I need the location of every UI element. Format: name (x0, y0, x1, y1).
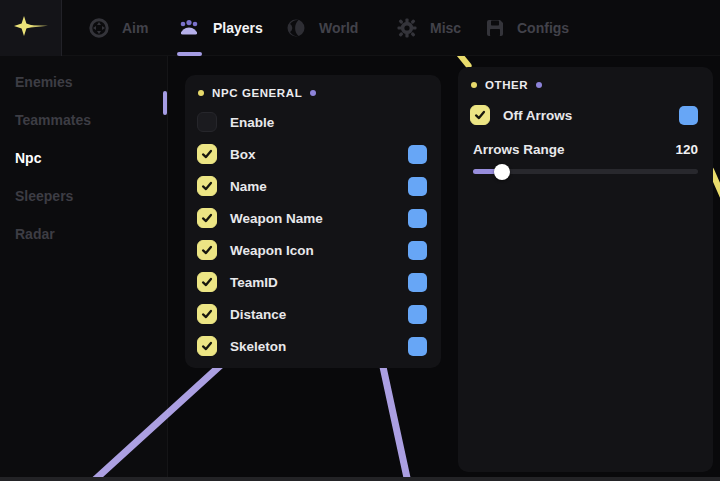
row-off-arrows: Off Arrows (458, 99, 713, 131)
sidebar-item-label: Enemies (15, 74, 73, 90)
other-title: OTHER (485, 79, 528, 91)
sidebar: Enemies Teammates Npc Sleepers Radar (0, 56, 167, 481)
off-arrows-checkbox[interactable] (470, 105, 490, 125)
row-label: TeamID (230, 275, 278, 290)
row-name: Name (185, 170, 441, 202)
teamid-checkbox[interactable] (197, 272, 217, 292)
skeleton-checkbox[interactable] (197, 336, 217, 356)
globe-icon (285, 17, 307, 39)
weapon-icon-checkbox[interactable] (197, 240, 217, 260)
distance-color-swatch[interactable] (408, 305, 427, 324)
arrows-range-label: Arrows Range (473, 142, 565, 157)
sidebar-item-label: Npc (15, 150, 41, 166)
tab-aim[interactable]: Aim (88, 0, 148, 56)
npc-general-panel: NPC GENERAL Enable Box Na (185, 75, 441, 368)
header-dot-purple-icon (310, 90, 316, 96)
skeleton-color-swatch[interactable] (408, 337, 427, 356)
sidebar-item-label: Sleepers (15, 188, 73, 204)
tab-players-label: Players (213, 20, 263, 36)
weapon-name-color-swatch[interactable] (408, 209, 427, 228)
other-header: OTHER (458, 76, 713, 94)
slider-thumb[interactable] (494, 164, 510, 180)
weapon-icon-color-swatch[interactable] (408, 241, 427, 260)
gear-icon (396, 17, 418, 39)
tab-misc[interactable]: Misc (396, 0, 461, 56)
row-label: Off Arrows (503, 108, 572, 123)
cheat-menu-window: Aim Players World (0, 0, 720, 481)
header-dot-yellow-icon (198, 90, 204, 96)
header-dot-purple-icon (536, 82, 542, 88)
off-arrows-color-swatch[interactable] (679, 106, 698, 125)
weapon-name-checkbox[interactable] (197, 208, 217, 228)
box-color-swatch[interactable] (408, 145, 427, 164)
tab-world[interactable]: World (285, 0, 358, 56)
row-label: Enable (230, 115, 274, 130)
row-teamid: TeamID (185, 266, 441, 298)
tab-configs-label: Configs (517, 20, 569, 36)
name-color-swatch[interactable] (408, 177, 427, 196)
bottom-strip (0, 477, 720, 481)
row-weapon-name: Weapon Name (185, 202, 441, 234)
crosshair-icon (88, 17, 110, 39)
enable-checkbox[interactable] (197, 112, 217, 132)
sidebar-item-label: Radar (15, 226, 55, 242)
sparkle-logo-icon (12, 14, 50, 42)
tab-world-label: World (319, 20, 358, 36)
npc-general-header: NPC GENERAL (185, 84, 441, 102)
sidebar-item-radar[interactable]: Radar (0, 215, 167, 253)
row-label: Weapon Icon (230, 243, 314, 258)
row-label: Skeleton (230, 339, 286, 354)
game-beam-purple-right (377, 355, 412, 481)
floppy-disk-icon (485, 18, 505, 38)
tab-configs[interactable]: Configs (485, 0, 569, 56)
sidebar-item-enemies[interactable]: Enemies (0, 63, 167, 101)
teamid-color-swatch[interactable] (408, 273, 427, 292)
logo-cell (0, 0, 62, 56)
arrows-range-head: Arrows Range 120 (473, 139, 698, 159)
sidebar-divider (167, 56, 168, 481)
row-distance: Distance (185, 298, 441, 330)
arrows-range-group: Arrows Range 120 (458, 139, 713, 179)
other-panel: OTHER Off Arrows Arrows Range 120 (458, 67, 713, 472)
name-checkbox[interactable] (197, 176, 217, 196)
row-label: Weapon Name (230, 211, 323, 226)
sidebar-scroll-indicator[interactable] (163, 91, 167, 115)
top-nav-bar: Aim Players World (0, 0, 720, 56)
tab-aim-label: Aim (122, 20, 148, 36)
row-label: Name (230, 179, 267, 194)
npc-general-title: NPC GENERAL (212, 87, 302, 99)
box-checkbox[interactable] (197, 144, 217, 164)
sidebar-item-teammates[interactable]: Teammates (0, 101, 167, 139)
row-box: Box (185, 138, 441, 170)
players-crowd-icon (177, 18, 201, 38)
tab-players[interactable]: Players (177, 0, 263, 56)
row-label: Box (230, 147, 256, 162)
npc-general-rows: Enable Box Name Weapon Nam (185, 106, 441, 362)
sidebar-item-npc[interactable]: Npc (0, 139, 167, 177)
row-weapon-icon: Weapon Icon (185, 234, 441, 266)
tab-misc-label: Misc (430, 20, 461, 36)
row-label: Distance (230, 307, 286, 322)
arrows-range-value: 120 (675, 142, 698, 157)
sidebar-item-sleepers[interactable]: Sleepers (0, 177, 167, 215)
row-enable: Enable (185, 106, 441, 138)
distance-checkbox[interactable] (197, 304, 217, 324)
active-tab-indicator (177, 52, 202, 56)
sidebar-item-label: Teammates (15, 112, 91, 128)
arrows-range-slider[interactable] (473, 163, 698, 179)
row-skeleton: Skeleton (185, 330, 441, 362)
header-dot-yellow-icon (471, 82, 477, 88)
